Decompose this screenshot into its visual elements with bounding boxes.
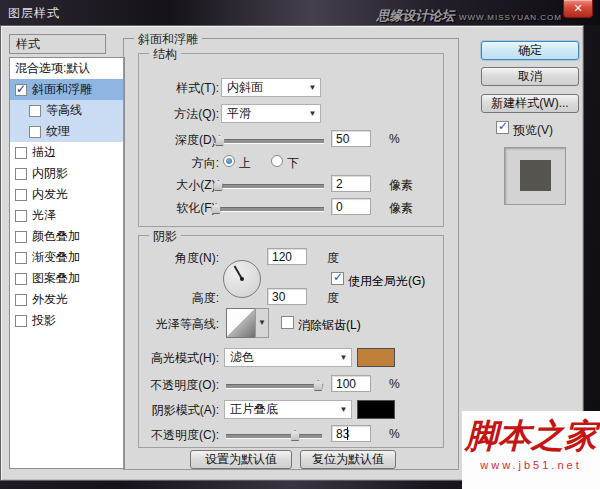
shadow-mode-label: 阴影模式(A):	[133, 402, 219, 419]
satin-checkbox[interactable]	[15, 210, 27, 222]
contour-checkbox[interactable]	[29, 105, 41, 117]
set-defaults-button[interactable]: 设置为默认值	[190, 450, 292, 469]
gloss-contour-thumbnail[interactable]	[226, 308, 256, 338]
shadow-opacity-thumb[interactable]	[290, 430, 301, 441]
shadow-opacity-row: 不透明度(C): %	[139, 425, 443, 445]
highlight-opacity-thumb[interactable]	[313, 380, 324, 391]
highlight-color-swatch[interactable]	[357, 348, 395, 367]
sidebar-item-label: 内发光	[32, 186, 68, 203]
sidebar-item-label: 外发光	[32, 291, 68, 308]
altitude-input[interactable]	[267, 288, 307, 305]
check-icon: ✓	[16, 82, 26, 96]
dialog-title: 图层样式	[8, 5, 60, 22]
depth-slider[interactable]	[214, 139, 324, 144]
structure-group: 结构 样式(T): 内斜面 ▼ 方法(Q): 平滑 ▼ 深度	[138, 53, 444, 227]
sidebar-item-drop-shadow[interactable]: 投影	[10, 310, 124, 331]
reset-defaults-button[interactable]: 复位为默认值	[300, 450, 396, 469]
style-preview-swatch	[520, 160, 551, 191]
sidebar-item-label: 颜色叠加	[32, 228, 80, 245]
sidebar-item-bevel-emboss[interactable]: ✓ 斜面和浮雕	[10, 79, 124, 100]
sidebar-item-satin[interactable]: 光泽	[10, 205, 124, 226]
color-overlay-checkbox[interactable]	[15, 231, 27, 243]
new-style-button[interactable]: 新建样式(W)...	[481, 94, 579, 113]
highlight-opacity-slider[interactable]	[226, 384, 322, 389]
sidebar-item-label: 投影	[32, 312, 56, 329]
chevron-down-icon: ▼	[305, 83, 320, 92]
direction-down-label: 下	[287, 155, 299, 172]
gradient-overlay-checkbox[interactable]	[15, 252, 27, 264]
shadow-opacity-unit: %	[389, 427, 400, 441]
ok-button[interactable]: 确定	[481, 41, 579, 60]
shadow-mode-dropdown[interactable]: 正片叠底 ▼	[224, 400, 352, 419]
depth-input[interactable]	[331, 130, 371, 147]
preview-checkbox[interactable]: ✓	[496, 121, 509, 134]
use-global-light-checkbox[interactable]: ✓	[331, 272, 344, 285]
altitude-row: 高度: 度	[139, 288, 443, 308]
shadow-color-swatch[interactable]	[357, 400, 395, 419]
sidebar-item-inner-shadow[interactable]: 内阴影	[10, 163, 124, 184]
close-icon: ✕	[573, 2, 582, 14]
sidebar-item-outer-glow[interactable]: 外发光	[10, 289, 124, 310]
sidebar-item-blending-options[interactable]: 混合选项:默认	[10, 58, 124, 79]
sidebar-item-inner-glow[interactable]: 内发光	[10, 184, 124, 205]
outer-glow-checkbox[interactable]	[15, 294, 27, 306]
sidebar-item-contour[interactable]: 等高线	[10, 100, 124, 121]
sidebar-item-gradient-overlay[interactable]: 渐变叠加	[10, 247, 124, 268]
shadow-mode-row: 阴影模式(A): 正片叠底 ▼	[139, 400, 443, 420]
technique-row: 方法(Q): 平滑 ▼	[139, 104, 443, 124]
highlight-mode-value: 滤色	[225, 349, 336, 366]
watermark-site-name: 思缘设计论坛	[376, 8, 454, 23]
size-unit: 像素	[389, 177, 413, 194]
style-dropdown[interactable]: 内斜面 ▼	[221, 78, 321, 97]
highlight-opacity-row: 不透明度(O): %	[139, 375, 443, 395]
sidebar-item-texture[interactable]: 纹理	[10, 121, 124, 142]
direction-row: 方向: 上 下	[139, 153, 443, 173]
texture-checkbox[interactable]	[29, 126, 41, 138]
bevel-emboss-panel: 斜面和浮雕 结构 样式(T): 内斜面 ▼ 方法(Q): 平滑 ▼	[123, 38, 459, 470]
inner-glow-checkbox[interactable]	[15, 189, 27, 201]
shading-legend: 阴影	[149, 228, 181, 245]
dialog-titlebar[interactable]: 图层样式 思缘设计论坛 WWW.MISSYUAN.COM ✕	[0, 0, 600, 25]
angle-input[interactable]	[267, 248, 307, 265]
pattern-overlay-checkbox[interactable]	[15, 273, 27, 285]
technique-label: 方法(Q):	[133, 106, 219, 123]
soften-input[interactable]	[331, 198, 371, 215]
close-button[interactable]: ✕	[563, 0, 593, 18]
angle-row: 角度(N): 度	[139, 248, 443, 268]
technique-dropdown[interactable]: 平滑 ▼	[221, 104, 321, 123]
size-slider[interactable]	[214, 184, 324, 189]
depth-unit: %	[389, 132, 400, 146]
cancel-button[interactable]: 取消	[481, 67, 579, 86]
shadow-opacity-input[interactable]	[331, 425, 371, 442]
inner-shadow-checkbox[interactable]	[15, 168, 27, 180]
soften-slider[interactable]	[214, 207, 324, 212]
soften-unit: 像素	[389, 200, 413, 217]
sidebar-item-label: 光泽	[32, 207, 56, 224]
gloss-contour-dropdown-arrow[interactable]: ▼	[255, 308, 269, 338]
structure-legend: 结构	[149, 46, 181, 63]
shadow-opacity-slider[interactable]	[226, 434, 322, 439]
sidebar-item-label: 内阴影	[32, 165, 68, 182]
style-preview-thumbnail	[504, 147, 566, 205]
sidebar-item-pattern-overlay[interactable]: 图案叠加	[10, 268, 124, 289]
highlight-mode-row: 高光模式(H): 滤色 ▼	[139, 348, 443, 368]
direction-up-radio[interactable]	[223, 155, 235, 167]
anti-alias-checkbox[interactable]	[281, 316, 294, 329]
styles-list-header: 样式	[9, 34, 106, 54]
highlight-mode-dropdown[interactable]: 滤色 ▼	[224, 348, 352, 367]
watermark-site-url: WWW.MISSYUAN.COM	[459, 13, 562, 22]
sidebar-item-color-overlay[interactable]: 颜色叠加	[10, 226, 124, 247]
style-row: 样式(T): 内斜面 ▼	[139, 78, 443, 98]
angle-label: 角度(N):	[133, 250, 219, 267]
size-input[interactable]	[331, 175, 371, 192]
bevel-emboss-checkbox[interactable]: ✓	[15, 84, 27, 96]
sidebar-item-label: 图案叠加	[32, 270, 80, 287]
sidebar-item-stroke[interactable]: 描边	[10, 142, 124, 163]
highlight-opacity-input[interactable]	[331, 375, 371, 392]
depth-label: 深度(D):	[133, 132, 219, 149]
stroke-checkbox[interactable]	[15, 147, 27, 159]
direction-down-radio[interactable]	[271, 155, 283, 167]
style-value: 内斜面	[222, 79, 305, 96]
drop-shadow-checkbox[interactable]	[15, 315, 27, 327]
sidebar-item-label: 混合选项:默认	[15, 60, 90, 77]
